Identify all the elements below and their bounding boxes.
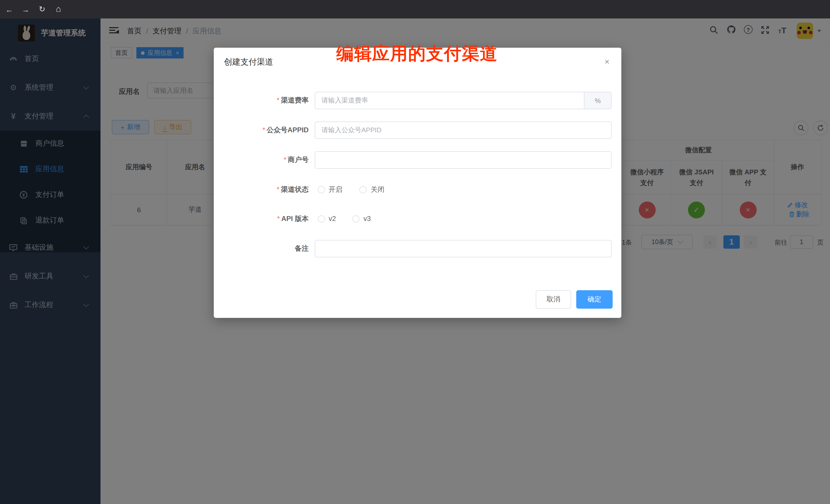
- radio-v3[interactable]: [352, 215, 359, 222]
- browser-forward-icon[interactable]: →: [20, 5, 32, 13]
- required-asterisk: *: [262, 126, 265, 134]
- appid-input[interactable]: 请输入公众号APPID: [315, 122, 612, 139]
- form-row-api-version: *API 版本 v2 v3: [214, 210, 621, 228]
- radio-open[interactable]: [318, 186, 325, 193]
- radio-v2-label[interactable]: v2: [329, 210, 336, 228]
- dialog-close-icon[interactable]: ×: [604, 57, 610, 67]
- form-row-remark: 备注: [214, 240, 621, 257]
- form-row-merchant-no: *商户号: [214, 151, 621, 169]
- radio-v3-label[interactable]: v3: [363, 210, 371, 228]
- required-asterisk: *: [284, 156, 286, 163]
- radio-closed[interactable]: [359, 186, 366, 193]
- radio-closed-label[interactable]: 关闭: [371, 181, 384, 198]
- form-row-channel-status: *渠道状态 开启 关闭: [214, 181, 621, 198]
- browser-home-icon[interactable]: ⌂: [52, 4, 65, 14]
- percent-suffix: %: [584, 92, 611, 109]
- channel-rate-input[interactable]: 请输入渠道费率 %: [315, 92, 612, 109]
- radio-v2[interactable]: [318, 215, 325, 222]
- form-row-channel-rate: *渠道费率 请输入渠道费率 %: [214, 92, 621, 109]
- dialog-title: 创建支付渠道: [224, 57, 273, 68]
- required-asterisk: *: [277, 96, 279, 104]
- browser-back-icon[interactable]: ←: [3, 5, 15, 13]
- radio-open-label[interactable]: 开启: [329, 181, 343, 198]
- required-asterisk: *: [277, 215, 280, 222]
- confirm-button[interactable]: 确定: [576, 290, 613, 309]
- merchant-no-input[interactable]: [315, 151, 612, 169]
- cancel-button[interactable]: 取消: [536, 290, 571, 309]
- browser-reload-icon[interactable]: ↻: [36, 5, 48, 14]
- remark-input[interactable]: [315, 240, 612, 257]
- create-pay-channel-dialog: 创建支付渠道 × *渠道费率 请输入渠道费率 % *公众号APPID 请输入公众…: [214, 48, 621, 318]
- annotation-text: 编辑应用的支付渠道: [336, 42, 498, 66]
- form-row-appid: *公众号APPID 请输入公众号APPID: [214, 122, 621, 139]
- browser-toolbar: ← → ↻ ⌂: [0, 0, 830, 19]
- required-asterisk: *: [277, 186, 279, 193]
